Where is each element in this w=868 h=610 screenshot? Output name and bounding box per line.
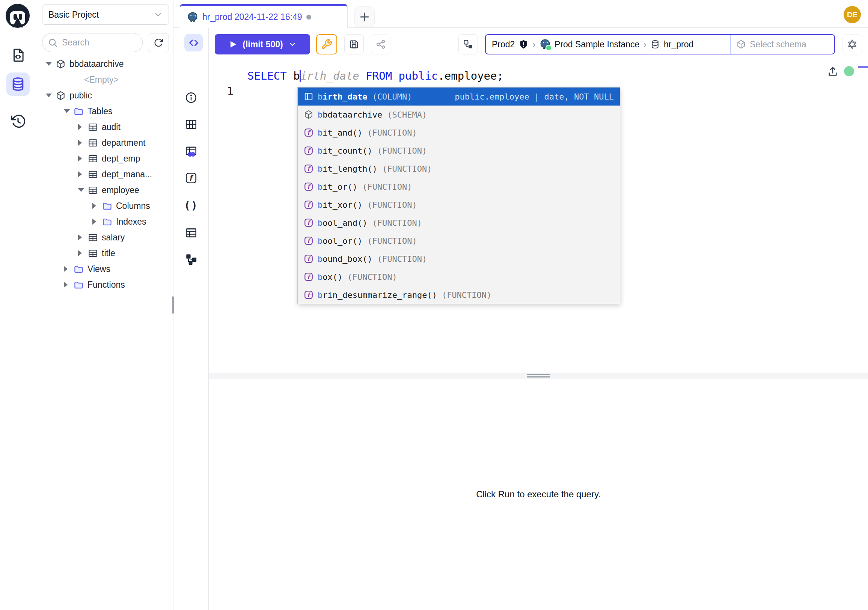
tree-item-label: public [70, 90, 92, 101]
autocomplete-item[interactable]: fbox()(FUNCTION) [298, 268, 620, 286]
tree-item[interactable]: dept_mana... [36, 166, 173, 182]
autocomplete-kind: (SCHEMA) [387, 110, 427, 120]
select-schema-button[interactable]: Select schema [731, 35, 834, 54]
share-icon [375, 39, 386, 50]
splitter-handle-icon[interactable] [527, 376, 550, 377]
autocomplete-kind: (FUNCTION) [367, 128, 417, 138]
splitter-handle-icon[interactable] [527, 374, 550, 375]
function-panel-icon[interactable]: f [185, 172, 197, 185]
caret-right-icon[interactable] [78, 124, 88, 130]
refresh-button[interactable] [148, 33, 169, 52]
autocomplete-item[interactable]: fbit_length()(FUNCTION) [298, 160, 620, 178]
caret-down-icon[interactable] [46, 62, 56, 66]
tree-item[interactable]: dept_emp [36, 151, 173, 166]
user-avatar[interactable]: DE [843, 6, 861, 23]
autocomplete-item[interactable]: fbool_and()(FUNCTION) [298, 214, 620, 232]
autocomplete-item[interactable]: fbool_or()(FUNCTION) [298, 232, 620, 250]
worksheet-icon[interactable] [9, 47, 27, 64]
editor-status-dot [844, 66, 854, 76]
share-button[interactable] [371, 34, 391, 54]
caret-right-icon[interactable] [92, 203, 102, 209]
caret-right-icon[interactable] [64, 266, 74, 272]
tree-item-label: <Empty> [84, 75, 119, 85]
instance-label: Prod Sample Instance [555, 39, 639, 50]
ai-assistant-button[interactable] [842, 34, 862, 54]
caret-down-icon[interactable] [46, 93, 56, 97]
caret-right-icon[interactable] [92, 219, 102, 225]
autocomplete-item[interactable]: bbdataarchive(SCHEMA) [298, 106, 620, 124]
history-icon[interactable] [9, 113, 27, 130]
run-query-button[interactable]: (limit 500) [215, 34, 310, 54]
autocomplete-item[interactable]: fbit_and()(FUNCTION) [298, 124, 620, 141]
tree-item[interactable]: Indexes [36, 214, 173, 230]
tree-item[interactable]: public [36, 87, 173, 103]
parentheses-icon[interactable]: () [185, 199, 197, 212]
project-selector[interactable]: Basic Project [42, 5, 169, 25]
left-rail [0, 0, 36, 610]
tree-item[interactable]: employee [36, 182, 173, 198]
connection-toggle-button[interactable] [459, 34, 478, 54]
tab-hr-prod[interactable]: hr_prod 2024-11-22 16:49 [180, 4, 348, 28]
autocomplete-item[interactable]: fbrin_desummarize_range()(FUNCTION) [298, 286, 620, 304]
tab-title: hr_prod 2024-11-22 16:49 [202, 12, 302, 22]
caret-right-icon[interactable] [64, 282, 74, 288]
caret-right-icon[interactable] [78, 234, 88, 241]
format-sql-button[interactable] [316, 34, 337, 54]
postgres-icon [187, 12, 198, 23]
search-icon [48, 37, 58, 48]
autocomplete-kind: (FUNCTION) [372, 218, 422, 228]
bytebase-logo[interactable] [5, 3, 30, 28]
results-placeholder: Click Run to execute the query. [476, 489, 601, 500]
select-schema-label: Select schema [750, 39, 806, 50]
caret-right-icon[interactable] [78, 140, 88, 146]
connection-context[interactable]: Prod2 › Prod Sample Instance › hr_prod [486, 35, 730, 54]
autocomplete-kind: (COLUMN) [372, 92, 412, 101]
autocomplete-item[interactable]: fbound_box()(FUNCTION) [298, 250, 620, 268]
caret-right-icon[interactable] [78, 155, 88, 161]
export-icon[interactable] [826, 65, 839, 78]
schema-diagram-icon[interactable] [185, 253, 197, 265]
connection-breadcrumb: Prod2 › Prod Sample Instance › hr_prod S… [485, 34, 835, 54]
info-icon[interactable] [185, 91, 197, 104]
autocomplete-kind: (FUNCTION) [362, 182, 412, 192]
status-green-dot [546, 45, 552, 51]
sql-editor[interactable]: 1 SELECT birth_date FROM public.employee… [209, 57, 868, 373]
tree-item[interactable]: department [36, 135, 173, 151]
caret-right-icon[interactable] [78, 171, 88, 177]
tree-item[interactable]: Tables [36, 103, 173, 119]
tab-bar: hr_prod 2024-11-22 16:49 DE [174, 0, 868, 28]
caret-right-icon[interactable] [78, 250, 88, 256]
caret-down-icon[interactable] [78, 188, 88, 192]
sidebar-resize-handle[interactable] [172, 296, 174, 314]
tree-item[interactable]: Functions [36, 277, 173, 293]
table-data-icon[interactable] [185, 145, 197, 158]
autocomplete-item[interactable]: fbit_xor()(FUNCTION) [298, 196, 620, 214]
autocomplete-item[interactable]: fbit_or()(FUNCTION) [298, 178, 620, 196]
autocomplete-item[interactable]: fbit_count()(FUNCTION) [298, 141, 620, 160]
svg-text:f: f [307, 147, 311, 154]
unsaved-dot-icon [306, 15, 311, 20]
table-grid-icon[interactable] [185, 118, 197, 131]
tree-item[interactable]: Columns [36, 198, 173, 214]
tree-item-label: dept_emp [102, 154, 140, 164]
new-tab-button[interactable] [354, 6, 375, 28]
autocomplete-item[interactable]: birth_date(COLUMN)public.employee | date… [298, 87, 620, 106]
tree-item[interactable]: bbdataarchive [36, 56, 173, 72]
database-panel-icon[interactable] [6, 73, 29, 96]
save-button[interactable] [344, 34, 364, 54]
tree-item[interactable]: title [36, 245, 173, 261]
play-icon [228, 40, 237, 49]
tree-item-label: audit [102, 122, 121, 132]
table-rows-icon[interactable] [185, 227, 197, 239]
tree-item[interactable]: audit [36, 119, 173, 135]
tree-item[interactable]: <Empty> [36, 72, 173, 87]
panel-splitter[interactable] [209, 373, 868, 379]
svg-text:f: f [307, 165, 311, 172]
code-tokens: SELECT birth_date FROM public.employee; [247, 68, 504, 83]
connection-icon [463, 39, 473, 50]
code-view-icon[interactable] [184, 34, 203, 51]
tree-item[interactable]: salary [36, 230, 173, 245]
tree-item[interactable]: Views [36, 261, 173, 277]
schema-icon [56, 59, 66, 69]
caret-down-icon[interactable] [64, 109, 74, 113]
